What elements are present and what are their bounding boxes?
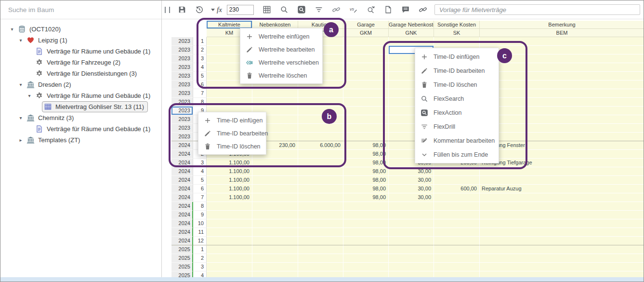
- grid-cell-kt[interactable]: [298, 133, 343, 141]
- menu-item-flexsearch[interactable]: FlexSearch: [415, 92, 499, 106]
- grid-cell-gkm[interactable]: [343, 115, 389, 124]
- row-header-year[interactable]: 2023: [171, 89, 193, 98]
- row-header-year[interactable]: 2023: [171, 124, 193, 133]
- row-header-year[interactable]: 2024: [171, 202, 193, 211]
- grid-cell-kt[interactable]: [298, 193, 343, 202]
- menu-item-wertreihe-bearbeiten[interactable]: Wertreihe bearbeiten: [240, 43, 322, 56]
- grid-cell-nk[interactable]: [252, 228, 298, 237]
- grid-cell-sk[interactable]: [434, 237, 480, 245]
- grid-cell-sk[interactable]: [434, 254, 480, 263]
- grid-cell-kt[interactable]: [298, 124, 343, 133]
- menu-item-wertreihe-einf-gen[interactable]: Wertreihe einfügen: [240, 30, 322, 43]
- collapse-arrow-icon[interactable]: ▾: [17, 115, 25, 121]
- grid-cell-gnk[interactable]: [389, 37, 434, 46]
- collapse-arrow-icon[interactable]: ▾: [8, 27, 16, 32]
- row-header-year[interactable]: 2024: [171, 141, 193, 150]
- menu-item-time-id-l-schen[interactable]: Time-ID löschen: [415, 78, 499, 92]
- horizontal-scrollbar[interactable]: [0, 277, 644, 282]
- grid-cell-bem[interactable]: [480, 219, 644, 228]
- row-header-period[interactable]: 3: [193, 54, 207, 63]
- row-header-period[interactable]: 4: [193, 63, 207, 72]
- grid-cell-kt[interactable]: 6.000,00: [298, 141, 343, 150]
- grid-cell-bem[interactable]: [480, 124, 644, 133]
- grid-cell-gkm[interactable]: [343, 211, 389, 219]
- tree-item[interactable]: Verträge für Dienstleistungen (3): [0, 68, 161, 79]
- grid-cell-bem[interactable]: [480, 150, 644, 159]
- grid-cell-bem[interactable]: [480, 98, 644, 107]
- grid-cell-bem[interactable]: [480, 228, 644, 237]
- grid-cell-sk[interactable]: [434, 176, 480, 185]
- grid-cell-nk[interactable]: [252, 193, 298, 202]
- comment-button[interactable]: [400, 3, 411, 16]
- grid-cell-km[interactable]: [207, 98, 252, 107]
- grid-cell-bem[interactable]: [480, 211, 644, 219]
- grid-cell-bem[interactable]: [480, 81, 644, 89]
- tree-item[interactable]: ▾Leipzig (1): [0, 35, 161, 46]
- grid-cell-gkm[interactable]: [343, 219, 389, 228]
- grid-cell-gkm[interactable]: 98,00: [343, 176, 389, 185]
- grid-cell-bem[interactable]: [480, 193, 644, 202]
- column-header-sk[interactable]: Sonstige Kosten: [434, 21, 480, 29]
- grid-cell-gkm[interactable]: [343, 54, 389, 63]
- grid-cell-bem[interactable]: [480, 115, 644, 124]
- column-header-gkm[interactable]: GKM: [343, 29, 389, 37]
- grid-cell-gkm[interactable]: [343, 124, 389, 133]
- tree-item[interactable]: ▸Templates (ZT): [0, 134, 161, 146]
- column-header-bem[interactable]: BEM: [480, 29, 644, 37]
- column-header-sk[interactable]: SK: [434, 29, 480, 37]
- menu-item-time-id-einf-gen[interactable]: Time-ID einfügen: [198, 114, 266, 127]
- grid-cell-bem[interactable]: [480, 133, 644, 141]
- grid-cell-bem[interactable]: [480, 37, 644, 46]
- grid-cell-nk[interactable]: [252, 237, 298, 245]
- row-header-year[interactable]: 2025: [171, 245, 193, 254]
- grid-cell-km[interactable]: 1.100,00: [207, 167, 252, 176]
- row-header-year[interactable]: 2023: [171, 54, 193, 63]
- grid-cell-kt[interactable]: [298, 254, 343, 263]
- grid-cell-kt[interactable]: [298, 107, 343, 115]
- grid-cell-km[interactable]: [207, 202, 252, 211]
- grid-cell-gnk[interactable]: 30,00: [389, 193, 434, 202]
- grid-cell-km[interactable]: [207, 219, 252, 228]
- row-header-year[interactable]: 2025: [171, 263, 193, 271]
- column-header-gnk[interactable]: Garage Nebenkosten: [389, 21, 434, 29]
- row-header-year[interactable]: 2024: [171, 176, 193, 185]
- grid-cell-gkm[interactable]: [343, 228, 389, 237]
- grid-cell-gnk[interactable]: [389, 211, 434, 219]
- grid-cell-sk[interactable]: [434, 211, 480, 219]
- grid-cell-gkm[interactable]: [343, 46, 389, 54]
- grid-cell-gkm[interactable]: 98,00: [343, 193, 389, 202]
- menu-item-time-id-einf-gen[interactable]: Time-ID einfügen: [415, 50, 499, 64]
- grid-cell-gkm[interactable]: [343, 72, 389, 81]
- grid-cell-sk[interactable]: [434, 37, 480, 46]
- grid-cell-sk[interactable]: [434, 228, 480, 237]
- tree-item[interactable]: ▾(OCT1020): [0, 24, 161, 35]
- grid-cell-gnk[interactable]: [389, 219, 434, 228]
- column-header-gnk[interactable]: GNK: [389, 29, 434, 37]
- grid-cell-nk[interactable]: [252, 167, 298, 176]
- tree-item[interactable]: Mietvertrag Gohliser Str. 13 (11): [0, 101, 161, 112]
- grid-cell-gkm[interactable]: [343, 133, 389, 141]
- grid-cell-gkm[interactable]: [343, 202, 389, 211]
- tree-item[interactable]: Verträge für Fahrzeuge (2): [0, 57, 161, 68]
- grid-cell-kt[interactable]: [298, 245, 343, 254]
- formula-input[interactable]: [227, 5, 254, 15]
- grid-cell-gkm[interactable]: [343, 81, 389, 89]
- menu-item-kommentar-bearbeiten[interactable]: Kommentar bearbeiten: [415, 134, 499, 148]
- tree-item[interactable]: Verträge für Räume und Gebäude (1): [0, 123, 161, 134]
- grid-cell-kt[interactable]: [298, 237, 343, 245]
- row-header-period[interactable]: 5: [193, 72, 207, 81]
- column-header-bem[interactable]: Bemerkung: [480, 21, 644, 29]
- grid-cell-sk[interactable]: [434, 193, 480, 202]
- grid-cell-km[interactable]: 1.100,00: [207, 193, 252, 202]
- link-button[interactable]: [417, 3, 429, 16]
- row-header-period[interactable]: 10: [193, 219, 207, 228]
- row-header-period[interactable]: 9: [193, 211, 207, 219]
- row-header-year[interactable]: 2024: [171, 150, 193, 159]
- grid-cell-sk[interactable]: [434, 167, 480, 176]
- menu-item-flexdrill[interactable]: FlexDrill: [415, 120, 499, 134]
- grid-cell-sk[interactable]: [434, 202, 480, 211]
- grid-cell-bem[interactable]: Reparatur Auzug: [480, 185, 644, 193]
- grid-cell-kt[interactable]: [298, 176, 343, 185]
- grid-cell-bem[interactable]: Reinigung Fenster: [480, 141, 644, 150]
- grid-cell-bem[interactable]: [480, 167, 644, 176]
